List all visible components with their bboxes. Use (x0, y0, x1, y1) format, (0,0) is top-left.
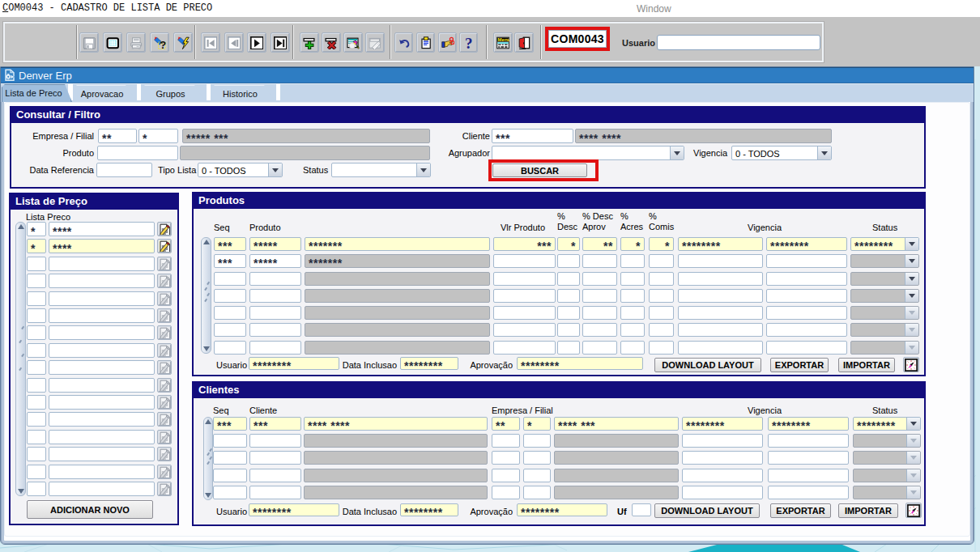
svg-text:?: ? (160, 39, 166, 49)
svg-text:?: ? (465, 36, 473, 49)
svg-text:Menu: Menu (498, 37, 509, 42)
